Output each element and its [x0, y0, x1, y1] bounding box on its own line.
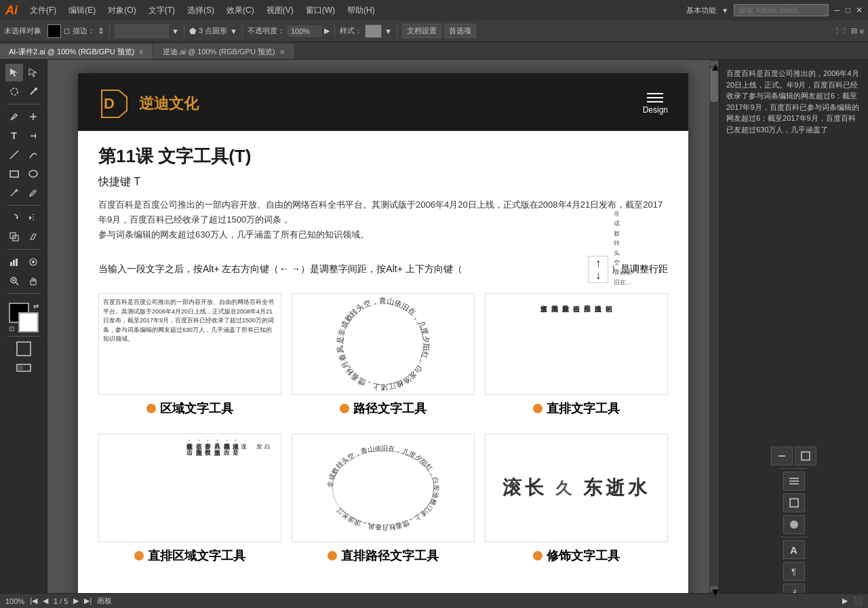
arrange-icon[interactable]: ⊟	[851, 26, 857, 35]
zoom-level[interactable]: 100%	[5, 597, 24, 605]
menu-edit[interactable]: 编辑(E)	[63, 3, 101, 18]
menu-view[interactable]: 视图(V)	[261, 3, 299, 18]
status-nav-next-next[interactable]: ▶|	[84, 596, 92, 605]
decoration-text-label-area: 修饰文字工具	[533, 548, 620, 564]
style-dropdown-icon[interactable]: ▼	[384, 27, 392, 35]
scrollbar-down-arrow[interactable]: ▼	[710, 586, 718, 592]
window-close-icon[interactable]: ✕	[856, 5, 863, 15]
background-color[interactable]	[18, 312, 39, 332]
stroke-up-icon[interactable]: ⇕	[98, 26, 104, 36]
view-icon[interactable]	[15, 359, 33, 377]
workspace-dropdown-icon[interactable]: ▼	[722, 7, 728, 14]
hamburger-area[interactable]: Design	[643, 93, 668, 115]
path-text-svg: 是非成败转头空，青山依旧在，几度夕阳红，白发渔樵江渚上，惯看秋月春风	[309, 295, 458, 394]
svg-point-5	[29, 170, 37, 177]
status-nav-prev[interactable]: ◀	[43, 596, 48, 605]
style-label: 样式：	[340, 26, 362, 36]
selection-tool[interactable]	[5, 64, 23, 81]
right-circle-icon[interactable]	[783, 515, 805, 534]
tool-separator-1	[7, 104, 41, 104]
brush-dropdown-icon[interactable]: ▼	[172, 27, 179, 35]
status-nav-next[interactable]: ▶	[73, 596, 79, 605]
line-tool[interactable]	[5, 146, 23, 164]
hand-tool[interactable]	[24, 272, 42, 290]
scale-tool[interactable]	[5, 228, 23, 246]
extra-options-icon[interactable]: ⋮⋮	[833, 26, 848, 35]
selection-label: 未选择对象	[4, 26, 45, 36]
tool-row-lasso	[5, 83, 42, 100]
arc-tool[interactable]	[24, 146, 42, 164]
status-nav-prev-prev[interactable]: |◀	[30, 596, 37, 605]
right-icon-minimize[interactable]	[771, 446, 793, 466]
brush-preset-preview[interactable]	[115, 24, 169, 38]
fill-color-swatch[interactable]	[47, 24, 61, 38]
vertical-area-columns: 非成败转头空，青山 依旧在，几度夕阳红 古今多少事，惯看秋 月春风，滚滚长江东 …	[185, 438, 239, 537]
vertical-type-tool[interactable]: T	[24, 127, 42, 145]
window-restore-icon[interactable]: □	[846, 5, 850, 15]
tab-file-2[interactable]: 逆迪.ai @ 100% (RGB/GPU 预览) ✕	[154, 44, 293, 59]
menu-type[interactable]: 文字(T)	[143, 3, 180, 18]
points-dropdown-icon[interactable]: ▼	[230, 27, 237, 35]
more-icon[interactable]: ≡	[860, 27, 864, 35]
right-hamburger-icon[interactable]	[783, 472, 805, 491]
preferences-button[interactable]: 首选项	[444, 24, 476, 38]
right-icon-panel: A ¶ ℹ	[724, 446, 864, 603]
arrow-indicator-area: 当输入一段文字之后，按Alt+ 左右方向键（← →）是调整字间距，按Alt+ 上…	[98, 256, 668, 283]
tab-file-1[interactable]: AI-课件2.ai @ 100% (RGB/GPU 预览) ✕	[0, 44, 153, 59]
type-tool[interactable]: T	[5, 127, 23, 145]
menu-object[interactable]: 对象(O)	[102, 3, 141, 18]
status-play-icon[interactable]: ▶	[842, 596, 848, 605]
canvas-area[interactable]: D 逆迪文化 Design 第11课 文字工具(T) 快捷键 T 百度百科是	[47, 60, 719, 608]
page-number: 1 / 5	[54, 597, 68, 605]
direct-selection-tool[interactable]	[24, 64, 42, 81]
tab-2-close[interactable]: ✕	[279, 48, 285, 56]
paintbrush-tool[interactable]	[5, 184, 23, 202]
scrollbar-up-arrow[interactable]: ▲	[710, 61, 718, 66]
svg-rect-12	[16, 259, 18, 266]
rectangle-tool[interactable]	[5, 165, 23, 183]
decoration-text-demo: 滚长 久 东逝水	[485, 434, 668, 542]
opacity-input[interactable]	[288, 26, 321, 37]
menu-select[interactable]: 选择(S)	[182, 3, 220, 18]
ellipse-tool[interactable]	[24, 165, 42, 183]
reflect-tool[interactable]	[24, 209, 42, 227]
pen-tool[interactable]	[5, 108, 23, 126]
pencil-tool[interactable]	[24, 184, 42, 202]
rotate-tool[interactable]	[5, 209, 23, 227]
right-rect-icon[interactable]	[783, 493, 805, 512]
tab-1-close[interactable]: ✕	[138, 48, 144, 56]
graph-tool[interactable]	[5, 253, 23, 271]
vertical-text-section: 滚滚长江东逝水 浪花淘尽英雄 是非成败转头空 青山依旧在 几度夕阳红 白发渔樵江…	[485, 293, 668, 417]
add-anchor-tool[interactable]	[24, 108, 42, 126]
opacity-arrow-icon[interactable]: ▶	[324, 26, 330, 35]
style-preview[interactable]	[365, 24, 382, 38]
symbol-tool[interactable]	[24, 253, 42, 271]
canvas-scrollbar-v[interactable]: ▲ ▼	[709, 60, 719, 593]
menu-file[interactable]: 文件(F)	[24, 3, 62, 18]
vertical-text-content: 滚滚长江东逝水 浪花淘尽英雄 是非成败转头空 青山依旧在 几度夕阳红 白发渔樵江…	[540, 300, 614, 388]
tool-separator-3	[7, 249, 41, 250]
tip-text: 当输入一段文字之后，按Alt+ 左右方向键（← →）是调整字间距，按Alt+ 上…	[98, 263, 585, 276]
right-icon-expand[interactable]	[795, 446, 816, 466]
zoom-tool[interactable]	[5, 272, 23, 290]
status-stop-icon[interactable]: ⬛	[853, 596, 863, 605]
magic-wand-tool[interactable]	[24, 83, 42, 100]
reset-colors-icon[interactable]: ⊡	[9, 325, 14, 332]
vertical-path-label: 直排路径文字工具	[341, 548, 439, 564]
stock-search-input[interactable]	[734, 4, 829, 16]
scrollbar-thumb-v[interactable]	[710, 68, 718, 102]
shear-tool[interactable]	[24, 228, 42, 246]
menu-window[interactable]: 窗口(W)	[300, 3, 340, 18]
normal-mode[interactable]	[15, 340, 33, 358]
lasso-tool[interactable]	[5, 83, 23, 100]
tool-row-brush	[5, 184, 42, 202]
right-para-icon[interactable]: ¶	[783, 562, 805, 581]
shortcut-line: 快捷键 T	[98, 175, 668, 189]
window-minimize-icon[interactable]: ─	[834, 5, 840, 15]
workspace-mode[interactable]: 基本功能	[686, 5, 716, 16]
menu-help[interactable]: 帮助(H)	[342, 3, 380, 18]
swap-colors-icon[interactable]: ⇄	[33, 303, 39, 310]
doc-settings-button[interactable]: 文档设置	[402, 24, 441, 38]
right-type-icon[interactable]: A	[783, 540, 805, 559]
menu-effect[interactable]: 效果(C)	[221, 3, 260, 18]
